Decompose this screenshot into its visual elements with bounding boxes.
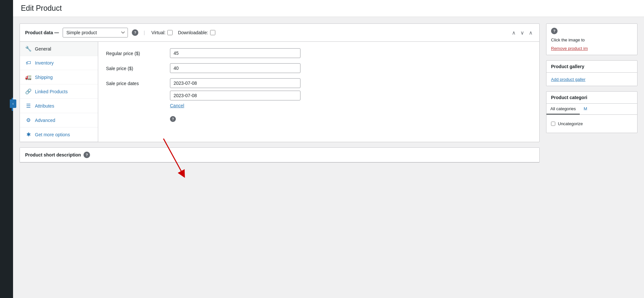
click-image-text: Click the image to	[551, 37, 633, 42]
remove-product-image-link[interactable]: Remove product im	[551, 46, 588, 51]
product-gallery-content: Add product galler	[546, 73, 637, 86]
tab-advanced[interactable]: ⚙ Advanced	[20, 113, 98, 127]
uncategorized-label: Uncategorize	[558, 121, 583, 126]
truck-icon: 🚛	[25, 74, 32, 80]
uncategorized-item: Uncategorize	[551, 119, 633, 129]
cancel-dates-link[interactable]: Cancel	[170, 103, 300, 108]
product-short-description-box: Product short description ?	[20, 147, 540, 163]
product-gallery-header: Product gallery	[546, 61, 637, 73]
move-down-button[interactable]: ∨	[519, 29, 526, 37]
uncategorized-checkbox[interactable]	[551, 122, 555, 126]
product-image-box: ? Click the image to Remove product im	[546, 23, 637, 55]
virtual-checkbox[interactable]	[167, 30, 173, 35]
sale-price-input[interactable]	[170, 63, 300, 73]
regular-price-input[interactable]	[170, 48, 300, 58]
move-up-button[interactable]: ∧	[511, 29, 517, 37]
tab-linked-products-label: Linked Products	[35, 89, 68, 94]
tab-advanced-label: Advanced	[35, 118, 55, 123]
wrench-icon: 🔧	[25, 46, 32, 52]
collapse-button[interactable]: ∧	[528, 29, 534, 37]
star-icon: ✱	[25, 131, 32, 138]
attributes-icon: ☰	[25, 103, 32, 109]
general-help-icon[interactable]: ?	[170, 116, 176, 122]
tab-get-more-options[interactable]: ✱ Get more options	[20, 127, 98, 142]
virtual-downloadable: Virtual: Downloadable:	[151, 30, 215, 35]
product-data-body: 🔧 General 🏷 Inventory 🚛 Shipping	[20, 42, 539, 142]
sale-price-dates-label: Sale price dates	[106, 78, 165, 86]
product-data-header: Product data — Simple product ? | Virtua…	[20, 24, 539, 42]
tab-general-label: General	[35, 46, 51, 52]
sale-price-dates-inputs: Cancel	[170, 78, 300, 108]
product-type-select[interactable]: Simple product	[63, 28, 128, 37]
product-type-help-icon[interactable]: ?	[132, 29, 138, 36]
regular-price-input-wrapper	[170, 48, 300, 58]
regular-price-row: Regular price ($)	[106, 48, 531, 58]
sale-price-label: Sale price ($)	[106, 63, 165, 71]
short-desc-help-icon[interactable]: ?	[84, 152, 90, 158]
tab-general[interactable]: 🔧 General	[20, 42, 98, 56]
product-image-content: ? Click the image to Remove product im	[546, 24, 637, 55]
categories-content: Uncategorize	[546, 115, 637, 133]
sidebar-collapse-arrow[interactable]: ‹	[10, 99, 16, 108]
sale-price-row: Sale price ($)	[106, 63, 531, 73]
sale-price-input-wrapper	[170, 63, 300, 73]
main-content: Edit Product Product data — Simple produ…	[13, 0, 644, 298]
regular-price-label: Regular price ($)	[106, 48, 165, 56]
most-used-tab[interactable]: M	[580, 104, 591, 114]
content-area: Product data — Simple product ? | Virtua…	[13, 17, 644, 298]
separator: |	[144, 30, 145, 35]
tabs-sidebar: 🔧 General 🏷 Inventory 🚛 Shipping	[20, 42, 98, 142]
sale-price-dates-row: Sale price dates Cancel	[106, 78, 531, 108]
help-icon-row: ?	[106, 113, 531, 122]
product-data-title: Product data —	[25, 30, 59, 35]
general-tab-content: Regular price ($) Sale price ($)	[98, 42, 539, 142]
product-categories-header: Product categori	[546, 92, 637, 104]
product-gallery-box: Product gallery Add product galler	[546, 60, 637, 86]
downloadable-checkbox[interactable]	[210, 30, 215, 35]
add-product-gallery-link[interactable]: Add product galler	[551, 77, 586, 82]
page-title: Edit Product	[21, 4, 62, 13]
main-column: Product data — Simple product ? | Virtua…	[20, 23, 540, 291]
left-admin-sidebar: ‹	[0, 0, 13, 298]
short-desc-header: Product short description ?	[20, 148, 539, 162]
tab-attributes-label: Attributes	[35, 103, 54, 109]
tag-icon: 🏷	[25, 60, 32, 66]
product-categories-box: Product categori All categories M Uncate…	[546, 91, 637, 133]
tab-inventory-label: Inventory	[35, 60, 54, 66]
categories-tabs: All categories M	[546, 104, 637, 115]
page-title-bar: Edit Product	[13, 0, 644, 17]
tab-attributes[interactable]: ☰ Attributes	[20, 99, 98, 113]
tab-inventory[interactable]: 🏷 Inventory	[20, 56, 98, 70]
sale-price-dates-group: Cancel	[170, 78, 300, 108]
tab-shipping[interactable]: 🚛 Shipping	[20, 70, 98, 84]
tab-linked-products[interactable]: 🔗 Linked Products	[20, 84, 98, 99]
tab-get-more-options-label: Get more options	[35, 132, 70, 137]
short-desc-title: Product short description	[25, 152, 81, 157]
virtual-label[interactable]: Virtual:	[151, 30, 173, 35]
product-image-help-icon[interactable]: ?	[551, 28, 558, 34]
right-sidebar: ? Click the image to Remove product im P…	[546, 23, 637, 291]
downloadable-label[interactable]: Downloadable:	[178, 30, 215, 35]
sale-price-date-from-input[interactable]	[170, 78, 300, 88]
link-icon: 🔗	[25, 88, 32, 95]
postbox-controls: ∧ ∨ ∧	[511, 29, 534, 37]
tab-shipping-label: Shipping	[35, 75, 53, 80]
product-data-box: Product data — Simple product ? | Virtua…	[20, 23, 540, 142]
gear-icon: ⚙	[25, 117, 32, 123]
sale-price-date-to-input[interactable]	[170, 91, 300, 100]
all-categories-tab[interactable]: All categories	[546, 104, 580, 114]
